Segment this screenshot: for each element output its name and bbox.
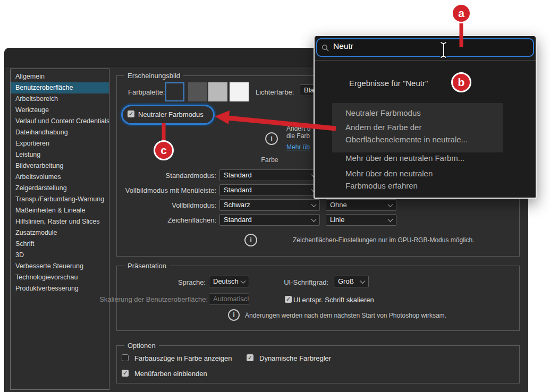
restart-note: Änderungen werden nach dem nächsten Star… — [245, 312, 446, 319]
info-icon: i — [244, 234, 257, 246]
learn-more-link[interactable]: Mehr üb — [286, 143, 310, 151]
fullscreen-menubar-label: Vollbildmodus mit Menüleiste: — [10, 186, 216, 194]
highlight-color-label: Lichterfarbe: — [256, 88, 294, 96]
preferences-sidebar: Allgemein Benutzeroberfläche Arbeitsbere… — [10, 69, 109, 390]
dynamic-sliders-label: Dynamische Farbregler — [259, 354, 331, 362]
sidebar-item-allgemein[interactable]: Allgemein — [11, 71, 109, 82]
callout-badge-b: b — [451, 72, 471, 92]
sidebar-item-benutzeroberflaeche[interactable]: Benutzeroberfläche — [11, 82, 109, 93]
standard-mode-value: Standard — [224, 171, 252, 179]
check-icon: ✓ — [285, 296, 292, 303]
fullscreen-menubar-select[interactable]: Standard — [219, 184, 320, 196]
neutral-info-line1: Ändert u — [286, 125, 310, 132]
dynamic-sliders-checkbox[interactable]: ✓ — [247, 354, 253, 361]
search-result-highlighted[interactable]: Neutraler Farbmodus Ändern der Farbe der… — [332, 103, 503, 152]
search-result-item[interactable]: Mehr über den neutralen Farbmodus erfahr… — [345, 169, 433, 190]
menu-colors-label: Menüfarben einblenden — [134, 370, 207, 378]
chevron-down-icon — [388, 217, 393, 222]
callout-badge-a: a — [451, 3, 471, 23]
info-glyph: i — [250, 236, 252, 244]
ui-font-size-select[interactable]: Groß — [334, 276, 369, 287]
neutral-mode-checkbox[interactable]: ✓ — [128, 110, 134, 117]
theme-swatch-light[interactable] — [208, 82, 227, 101]
search-result-item[interactable]: Mehr über den neutralen Farbm... — [345, 154, 464, 163]
neutral-info-line2: die Farb — [286, 132, 310, 140]
artboards-border-select[interactable]: Linie — [326, 214, 396, 226]
callout-badge-c: c — [154, 140, 174, 160]
fullscreen-border-value: Ohne — [330, 201, 347, 209]
sidebar-item-verlauf[interactable]: Verlauf und Content Credentials — [11, 116, 109, 127]
chevron-down-icon — [311, 202, 317, 207]
standard-mode-label: Standardmodus: — [10, 172, 216, 180]
menu-colors-checkbox[interactable]: ✓ — [122, 370, 129, 377]
sidebar-item-bildverarbeitung[interactable]: Bildverarbeitung — [11, 160, 109, 172]
color-palette-label: Farbpalette: — [128, 88, 165, 96]
chevron-down-icon — [360, 278, 366, 284]
separations-checkbox[interactable] — [122, 354, 129, 361]
sidebar-item-3d[interactable]: 3D — [11, 250, 109, 261]
theme-swatch-dark[interactable] — [165, 82, 184, 101]
ui-scaling-select: Automatisch — [209, 293, 249, 305]
artboards-label: Zeichenflächen: — [10, 216, 216, 224]
search-overlay: Ergebnisse für "Neutr" Neutraler Farbmod… — [314, 35, 537, 199]
options-group: Optionen — [116, 345, 520, 384]
language-label: Sprache: — [10, 278, 206, 286]
scale-ui-label: UI entspr. Schrift skalieren — [293, 296, 374, 304]
appearance-group-title: Erscheinungsbild — [124, 72, 183, 80]
search-input[interactable] — [332, 41, 467, 52]
search-icon — [321, 44, 329, 52]
gpu-note: Zeichenflächen-Einstellungen nur im GPU-… — [293, 236, 474, 244]
sidebar-item-zusatzmodule[interactable]: Zusatzmodule — [11, 227, 109, 238]
result-title: Neutraler Farbmodus — [345, 108, 421, 117]
check-icon: ✓ — [247, 354, 253, 361]
theme-swatch-medium-dark[interactable] — [188, 82, 207, 101]
result-line1: Mehr über den neutralen — [345, 169, 433, 178]
chevron-down-icon — [311, 217, 317, 222]
info-icon: i — [265, 132, 278, 145]
result-desc-line2: Oberflächenelemente in neutrale... — [345, 135, 468, 144]
color-column-header: Farbe — [219, 156, 320, 164]
sidebar-item-schrift[interactable]: Schrift — [11, 238, 109, 250]
scale-ui-checkbox[interactable]: ✓ — [285, 296, 292, 303]
result-line2: Farbmodus erfahren — [345, 181, 433, 190]
search-field[interactable] — [316, 38, 534, 57]
sidebar-item-werkzeuge[interactable]: Werkzeuge — [11, 105, 109, 116]
fullscreen-mode-value: Schwarz — [224, 201, 250, 209]
sidebar-item-verbesserte-steuerung[interactable]: Verbesserte Steuerung — [11, 261, 109, 272]
overlay-divider — [315, 60, 536, 61]
neutral-mode-label: Neutraler Farbmodus — [138, 110, 204, 118]
info-icon: i — [228, 309, 240, 321]
fullscreen-mode-label: Vollbildmodus: — [10, 201, 216, 209]
presentation-group-title: Präsentation — [124, 262, 170, 270]
results-header: Ergebnisse für "Neutr" — [349, 79, 428, 88]
artboards-border-value: Linie — [330, 216, 344, 224]
sidebar-item-arbeitsbereich[interactable]: Arbeitsbereich — [11, 93, 109, 105]
ui-font-size-label: UI-Schriftgrad: — [217, 278, 328, 286]
sidebar-item-exportieren[interactable]: Exportieren — [11, 138, 109, 149]
options-group-title: Optionen — [124, 342, 159, 350]
sidebar-item-leistung[interactable]: Leistung — [11, 149, 109, 160]
info-glyph: i — [270, 134, 273, 142]
fullscreen-border-select[interactable]: Ohne — [326, 199, 396, 211]
fullscreen-menubar-value: Standard — [224, 186, 252, 194]
result-desc-line1: Ändern der Farbe der — [345, 123, 421, 132]
standard-mode-select[interactable]: Standard — [219, 169, 320, 181]
chevron-down-icon — [388, 202, 393, 207]
artboards-value: Standard — [224, 216, 252, 224]
theme-swatch-white[interactable] — [230, 82, 249, 101]
highlight-color-value: Bla — [304, 86, 314, 94]
artboards-select[interactable]: Standard — [219, 214, 320, 226]
check-icon: ✓ — [128, 110, 134, 117]
fullscreen-mode-select[interactable]: Schwarz — [219, 199, 320, 211]
ui-scaling-label: Skalierung der Benutzeroberfläche: — [10, 295, 208, 303]
separations-label: Farbauszüge in Farbe anzeigen — [134, 354, 232, 362]
info-glyph: i — [233, 311, 235, 319]
ui-font-size-value: Groß — [338, 277, 354, 285]
check-icon: ✓ — [122, 370, 129, 377]
sidebar-item-dateihandhabung[interactable]: Dateihandhabung — [11, 127, 109, 138]
